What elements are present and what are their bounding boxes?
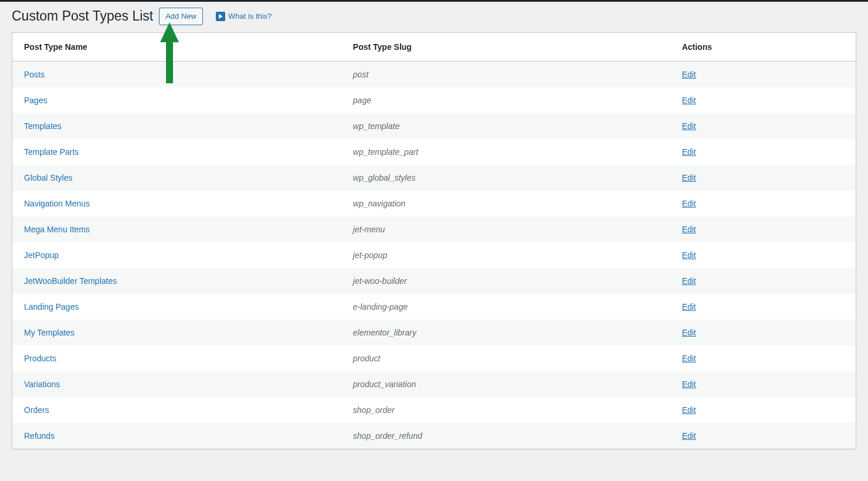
post-type-name-link[interactable]: Refunds <box>24 431 55 441</box>
cell-actions: Edit <box>670 423 856 449</box>
edit-link[interactable]: Edit <box>682 173 696 182</box>
post-type-slug-text: wp_global_styles <box>353 173 416 182</box>
edit-link[interactable]: Edit <box>682 380 696 389</box>
edit-link[interactable]: Edit <box>682 354 696 363</box>
edit-link[interactable]: Edit <box>682 70 696 79</box>
post-type-name-link[interactable]: Variations <box>24 380 60 389</box>
cell-post-type-slug: product_variation <box>341 371 670 397</box>
cell-post-type-name: Templates <box>12 113 341 139</box>
cell-post-type-name: Template Parts <box>12 139 341 165</box>
cell-actions: Edit <box>670 371 856 397</box>
cell-actions: Edit <box>670 268 856 294</box>
edit-link[interactable]: Edit <box>682 405 696 415</box>
edit-link[interactable]: Edit <box>682 199 696 208</box>
post-type-slug-text: shop_order <box>353 405 395 415</box>
post-type-slug-text: shop_order_refund <box>353 431 422 441</box>
cell-post-type-name: Refunds <box>12 423 341 449</box>
cell-post-type-name: Mega Menu Items <box>12 216 341 242</box>
add-new-button[interactable]: Add New <box>159 8 203 25</box>
cell-post-type-name: Pages <box>12 87 341 113</box>
post-types-table-wrap: Post Type Name Post Type Slug Actions Po… <box>12 32 856 449</box>
post-type-slug-text: post <box>353 70 368 79</box>
table-row: Landing Pagese-landing-pageEdit <box>12 294 856 320</box>
cell-post-type-slug: elementor_library <box>341 320 670 345</box>
post-type-name-link[interactable]: Global Styles <box>24 173 72 182</box>
post-type-slug-text: wp_navigation <box>353 199 406 208</box>
table-row: Ordersshop_orderEdit <box>12 397 856 423</box>
table-header-row: Post Type Name Post Type Slug Actions <box>12 33 856 62</box>
post-type-slug-text: product <box>353 354 381 363</box>
edit-link[interactable]: Edit <box>682 147 696 157</box>
table-row: Navigation Menuswp_navigationEdit <box>12 191 856 216</box>
column-header-name: Post Type Name <box>12 33 341 62</box>
post-type-name-link[interactable]: JetWooBuilder Templates <box>24 276 117 286</box>
cell-actions: Edit <box>670 87 856 113</box>
cell-actions: Edit <box>670 294 856 320</box>
table-row: JetWooBuilder Templatesjet-woo-builderEd… <box>12 268 856 294</box>
post-type-name-link[interactable]: My Templates <box>24 328 74 337</box>
column-header-actions: Actions <box>670 33 856 62</box>
cell-actions: Edit <box>670 397 856 423</box>
cell-post-type-name: Global Styles <box>12 165 341 191</box>
table-row: Refundsshop_order_refundEdit <box>12 423 856 449</box>
post-type-name-link[interactable]: Template Parts <box>24 147 79 157</box>
cell-post-type-name: My Templates <box>12 320 341 345</box>
cell-post-type-name: Variations <box>12 371 341 397</box>
cell-actions: Edit <box>670 113 856 139</box>
table-row: Mega Menu Itemsjet-menuEdit <box>12 216 856 242</box>
table-row: PostspostEdit <box>12 61 856 87</box>
cell-post-type-name: JetPopup <box>12 242 341 268</box>
post-types-table: Post Type Name Post Type Slug Actions Po… <box>12 33 856 449</box>
edit-link[interactable]: Edit <box>682 225 696 234</box>
edit-link[interactable]: Edit <box>682 121 696 131</box>
edit-link[interactable]: Edit <box>682 431 696 441</box>
post-type-name-link[interactable]: Posts <box>24 70 45 79</box>
cell-post-type-slug: wp_global_styles <box>341 165 670 191</box>
cell-post-type-name: Products <box>12 345 341 371</box>
cell-post-type-slug: shop_order <box>341 397 670 423</box>
edit-link[interactable]: Edit <box>682 96 696 105</box>
post-type-slug-text: e-landing-page <box>353 302 408 311</box>
cell-actions: Edit <box>670 216 856 242</box>
post-type-name-link[interactable]: Navigation Menus <box>24 199 90 208</box>
page-body: Custom Post Types List Add New What is t… <box>0 2 868 449</box>
cell-actions: Edit <box>670 139 856 165</box>
post-type-name-link[interactable]: Pages <box>24 96 48 105</box>
edit-link[interactable]: Edit <box>682 250 696 260</box>
cell-post-type-name: JetWooBuilder Templates <box>12 268 341 294</box>
post-type-name-link[interactable]: JetPopup <box>24 250 59 260</box>
post-type-name-link[interactable]: Mega Menu Items <box>24 225 90 234</box>
what-is-this-link[interactable]: What is this? <box>216 12 272 21</box>
table-row: My Templateselementor_libraryEdit <box>12 320 856 345</box>
table-row: Global Styleswp_global_stylesEdit <box>12 165 856 191</box>
cell-post-type-slug: jet-menu <box>341 216 670 242</box>
edit-link[interactable]: Edit <box>682 302 696 311</box>
cell-post-type-name: Navigation Menus <box>12 191 341 216</box>
post-type-slug-text: product_variation <box>353 380 416 389</box>
post-type-name-link[interactable]: Templates <box>24 121 62 131</box>
post-type-slug-text: wp_template <box>353 121 399 131</box>
page-header: Custom Post Types List Add New What is t… <box>0 2 868 32</box>
cell-post-type-slug: wp_navigation <box>341 191 670 216</box>
post-type-name-link[interactable]: Products <box>24 354 56 363</box>
cell-post-type-slug: page <box>341 87 670 113</box>
cell-post-type-slug: shop_order_refund <box>341 423 670 449</box>
cell-post-type-slug: wp_template_part <box>341 139 670 165</box>
cell-actions: Edit <box>670 345 856 371</box>
post-type-slug-text: jet-woo-builder <box>353 276 407 286</box>
post-type-name-link[interactable]: Orders <box>24 405 49 415</box>
cell-actions: Edit <box>670 320 856 345</box>
post-type-name-link[interactable]: Landing Pages <box>24 302 79 311</box>
table-row: Variationsproduct_variationEdit <box>12 371 856 397</box>
edit-link[interactable]: Edit <box>682 276 696 286</box>
table-row: PagespageEdit <box>12 87 856 113</box>
cell-post-type-slug: jet-popup <box>341 242 670 268</box>
post-type-slug-text: elementor_library <box>353 328 416 337</box>
cell-post-type-slug: wp_template <box>341 113 670 139</box>
cell-post-type-slug: product <box>341 345 670 371</box>
edit-link[interactable]: Edit <box>682 328 696 337</box>
cell-actions: Edit <box>670 61 856 87</box>
cell-post-type-slug: jet-woo-builder <box>341 268 670 294</box>
table-row: JetPopupjet-popupEdit <box>12 242 856 268</box>
cell-actions: Edit <box>670 165 856 191</box>
